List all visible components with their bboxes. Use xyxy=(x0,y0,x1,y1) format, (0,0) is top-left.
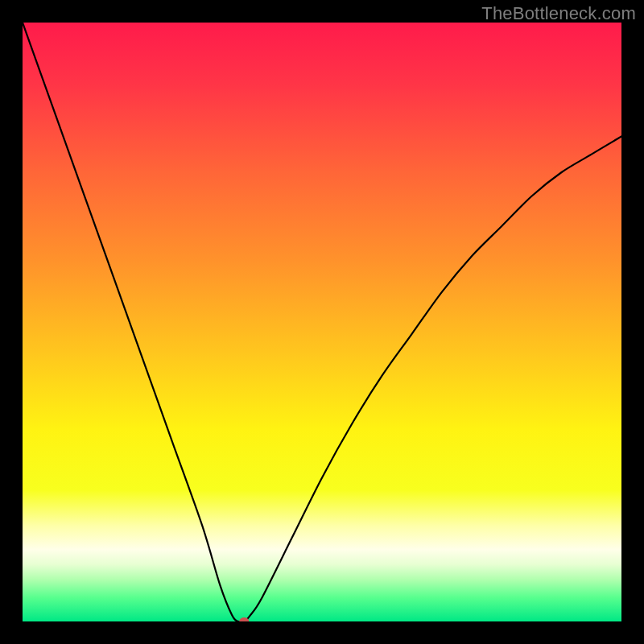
plot-area xyxy=(23,23,621,621)
chart-background xyxy=(23,23,621,621)
chart-svg xyxy=(23,23,621,621)
watermark-text: TheBottleneck.com xyxy=(481,3,636,24)
chart-frame: TheBottleneck.com xyxy=(0,0,644,644)
